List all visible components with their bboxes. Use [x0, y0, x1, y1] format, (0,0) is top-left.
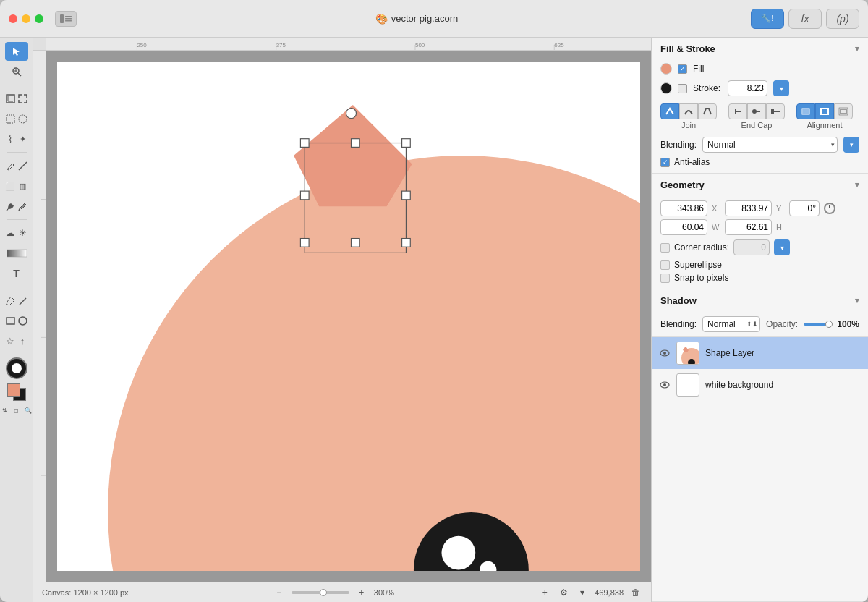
- fill-label: Fill: [693, 64, 704, 74]
- w-input[interactable]: [660, 219, 707, 235]
- h-input[interactable]: [725, 219, 772, 235]
- layer-settings-button[interactable]: ⚙: [557, 586, 570, 599]
- svg-rect-3: [65, 20, 72, 22]
- zoom-tool-button[interactable]: [5, 62, 28, 81]
- endcap-square-button[interactable]: [766, 103, 785, 119]
- fill-stroke-header[interactable]: Fill & Stroke ▾: [652, 38, 868, 60]
- inspector-tool-button[interactable]: 🔧!: [751, 9, 784, 29]
- corner-radius-checkbox[interactable]: [660, 243, 670, 253]
- geometry-title: Geometry: [660, 179, 705, 190]
- brush-button[interactable]: [5, 156, 16, 175]
- pencil-button[interactable]: [17, 291, 28, 310]
- add-layer-button[interactable]: +: [538, 586, 551, 599]
- fx-tool-button[interactable]: fx: [788, 9, 822, 29]
- toolbar-separator-4: [7, 287, 27, 287]
- join-round-button[interactable]: [679, 103, 698, 119]
- join-label: Join: [681, 121, 696, 130]
- antialias-checkbox[interactable]: [660, 158, 670, 167]
- layer-eye-bg[interactable]: [659, 379, 671, 391]
- rect-select-button[interactable]: [5, 109, 16, 128]
- crop-tool-button[interactable]: [5, 89, 16, 108]
- eraser-button[interactable]: ⬜: [5, 177, 16, 195]
- layer-eye-shape[interactable]: [659, 347, 671, 359]
- endcap-butt-button[interactable]: [728, 103, 747, 119]
- text-button[interactable]: T: [5, 264, 28, 283]
- stroke-label: Stroke:: [693, 83, 720, 93]
- star-tool-button[interactable]: ☁: [5, 224, 16, 242]
- fill-checkbox[interactable]: [678, 64, 687, 74]
- opacity-slider[interactable]: [804, 323, 831, 326]
- y-input[interactable]: [725, 200, 772, 216]
- default-colors-button[interactable]: ◻: [12, 405, 22, 415]
- canvas-viewport-wrapper: 875 750 625: [33, 51, 651, 582]
- shadow-header[interactable]: Shadow ▾: [652, 289, 868, 312]
- zoom-out-button[interactable]: −: [273, 586, 286, 599]
- stroke-checkbox[interactable]: [678, 84, 687, 93]
- main-color-swatch[interactable]: [6, 357, 27, 379]
- superellipse-checkbox[interactable]: [660, 260, 670, 270]
- fill-button[interactable]: [5, 197, 16, 216]
- svg-rect-42: [300, 191, 309, 200]
- pen-button[interactable]: [5, 291, 16, 310]
- eyedropper-button[interactable]: [17, 197, 28, 216]
- svg-rect-43: [402, 191, 411, 200]
- zoom-in-button[interactable]: +: [355, 586, 368, 599]
- blending-dropdown-button[interactable]: ▾: [843, 137, 859, 153]
- layers-section: Shape Layer white background: [652, 337, 868, 602]
- stroke-color-dot[interactable]: [660, 82, 672, 94]
- x-input[interactable]: [660, 200, 707, 216]
- magic-wand-button[interactable]: ✦: [17, 130, 28, 148]
- cloud-tool-button[interactable]: ☀: [17, 224, 28, 242]
- lasso-button[interactable]: ⌇: [5, 130, 16, 148]
- blending-select-display[interactable]: Normal: [702, 137, 838, 153]
- fg-color-swatch[interactable]: [7, 383, 20, 397]
- sidebar-toggle-button[interactable]: [55, 11, 77, 27]
- corner-radius-dropdown[interactable]: ▾: [774, 239, 790, 255]
- align-center-button[interactable]: [815, 103, 834, 119]
- swap-colors-button[interactable]: ⇅: [0, 405, 10, 415]
- canvas-area: 250 375 500 625 875: [33, 38, 651, 602]
- chevron-down-status-icon[interactable]: ▾: [576, 586, 589, 599]
- star-shape-button[interactable]: ☆: [5, 331, 16, 350]
- rotation-dial[interactable]: [824, 203, 835, 214]
- ellipse-select-button[interactable]: [17, 109, 28, 128]
- zoom-status-button[interactable]: 🔍: [23, 405, 33, 415]
- join-bevel-button[interactable]: [698, 103, 717, 119]
- minimize-button[interactable]: [22, 14, 30, 23]
- svg-text:375: 375: [276, 42, 286, 48]
- blending-label: Blending:: [660, 140, 697, 150]
- stroke-dropdown-button[interactable]: ▾: [773, 80, 789, 96]
- svg-rect-55: [771, 109, 774, 114]
- geometry-header[interactable]: Geometry ▾: [652, 174, 868, 196]
- line-button[interactable]: [17, 156, 28, 175]
- close-button[interactable]: [9, 14, 17, 23]
- gradient-button[interactable]: [5, 244, 28, 263]
- join-miter-button[interactable]: [660, 103, 679, 119]
- trash-button[interactable]: 🗑: [629, 586, 642, 599]
- select-tool-button[interactable]: [5, 42, 28, 61]
- align-outside-button[interactable]: [834, 103, 853, 119]
- corner-radius-input[interactable]: [733, 239, 770, 255]
- maximize-button[interactable]: [35, 14, 43, 23]
- rect-shape-button[interactable]: [5, 311, 16, 330]
- zoom-slider[interactable]: [292, 591, 349, 594]
- arrow-shape-button[interactable]: ↑: [17, 331, 28, 350]
- layer-item-bg[interactable]: white background: [652, 369, 868, 401]
- endcap-label: End Cap: [741, 121, 773, 130]
- h-label: H: [776, 223, 785, 232]
- p-tool-button[interactable]: (p): [826, 9, 859, 29]
- fill-color-dot[interactable]: [660, 63, 672, 75]
- align-inside-button[interactable]: [796, 103, 815, 119]
- right-panel: Fill & Stroke ▾ Fill Stroke: ▾: [651, 38, 868, 602]
- ellipse-shape-button[interactable]: [17, 311, 28, 330]
- x-label: X: [712, 204, 720, 213]
- endcap-round-button[interactable]: [747, 103, 766, 119]
- pattern-button[interactable]: ▥: [17, 177, 28, 195]
- endcap-group: End Cap: [728, 103, 785, 130]
- snap-pixels-checkbox[interactable]: [660, 274, 670, 283]
- transform-tool-button[interactable]: [17, 89, 28, 108]
- layer-item-shape[interactable]: Shape Layer: [652, 337, 868, 369]
- stroke-value-input[interactable]: [728, 80, 767, 96]
- canvas-viewport[interactable]: [46, 51, 651, 582]
- rotation-input[interactable]: [789, 200, 820, 216]
